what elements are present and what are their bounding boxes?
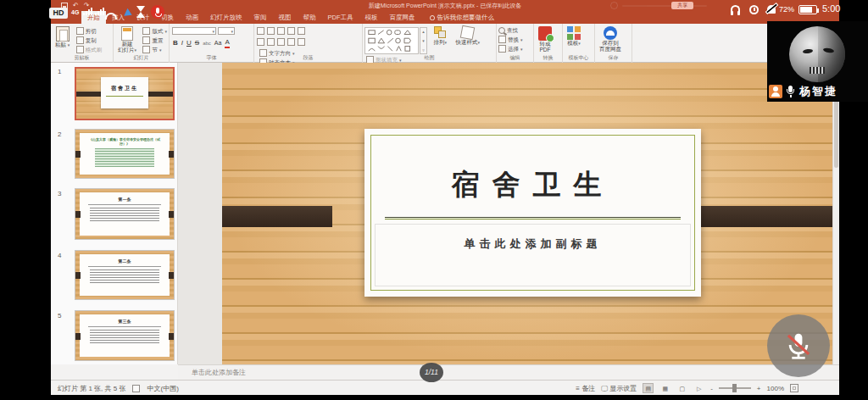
alarm-icon [749, 5, 759, 14]
select-icon [498, 45, 506, 53]
powerpoint-window: ↶ ↷ 新建Microsoft PowerPoint 演示文稿.pptx - 已… [51, 0, 839, 395]
character-spacing-button[interactable]: abc [203, 39, 211, 47]
tab-template[interactable]: 模板 [359, 11, 384, 24]
watermark-logo [610, 2, 712, 10]
zoom-slider[interactable] [719, 387, 751, 389]
section-button[interactable]: 节▾ [142, 46, 167, 53]
display-settings-button[interactable]: 🖵 显示设置 [601, 384, 637, 393]
replace-button[interactable]: 替换▾ [498, 36, 523, 43]
layout-button[interactable]: 版式▾ [142, 27, 167, 35]
slide-title[interactable]: 宿舍卫生 [364, 166, 701, 204]
thumbnail-slide-1[interactable]: 宿舍卫生 [75, 67, 175, 120]
zoom-level[interactable]: 100% [767, 385, 784, 392]
status-time: 5:00 [822, 3, 840, 14]
slide-thumbnail-pane: 1 宿舍卫生 2 《山东大学（威海）学生宿舍安全管理办法（试行）》 3 第一条 [51, 63, 178, 364]
paste-icon [56, 26, 70, 42]
indent-decrease-icon[interactable] [277, 27, 285, 35]
tell-me-box[interactable]: 告诉我你想要做什么 [430, 11, 495, 24]
format-painter-button[interactable]: 格式刷 [76, 46, 103, 53]
line-spacing-icon[interactable] [298, 27, 305, 35]
underline-button[interactable]: U [186, 39, 192, 47]
shapes-gallery[interactable] [364, 27, 419, 54]
align-left-icon[interactable] [257, 38, 264, 46]
italic-button[interactable]: I [181, 39, 183, 47]
find-button[interactable]: 查找 [498, 27, 523, 34]
group-slides: 新建幻灯片▾ 版式▾ 重置 节▾ 幻灯片 [114, 24, 170, 63]
share-badge[interactable]: 共享 [671, 2, 693, 9]
slide-ribbon-bar-left [222, 206, 332, 227]
subtitle-placeholder[interactable]: 单击此处添加副标题 [375, 224, 691, 286]
vertical-scrollbar[interactable] [832, 63, 839, 364]
font-size-combobox[interactable] [218, 27, 235, 35]
group-editing: 查找 替换▾ 选择▾ 编辑 [497, 24, 534, 63]
tab-view[interactable]: 视图 [273, 11, 298, 24]
headset-icon [731, 5, 740, 13]
group-clipboard: 粘贴 ▾ 剪切 复制 格式刷 剪贴板 [51, 24, 114, 63]
thumbnail-slide-3[interactable]: 第一条 [75, 188, 175, 240]
bold-button[interactable]: B [173, 39, 178, 47]
zoom-out-button[interactable]: - [710, 385, 713, 392]
video-call-panel[interactable]: 杨智捷 [767, 21, 868, 102]
select-button[interactable]: 选择▾ [498, 45, 523, 53]
tab-baidu-netdisk[interactable]: 百度网盘 [384, 11, 421, 24]
slideshow-button[interactable]: ▷ [693, 383, 704, 393]
normal-view-button[interactable]: ▤ [643, 383, 654, 393]
new-slide-button[interactable]: 新建幻灯片▾ [115, 25, 139, 54]
font-color-button[interactable]: A [225, 38, 229, 48]
quick-styles-button[interactable]: 快速样式▾ [453, 25, 482, 54]
format-painter-icon [76, 46, 84, 53]
thumb-number: 5 [58, 312, 68, 319]
group-save: 保存到百度网盘 保存 [595, 24, 632, 63]
numbering-icon[interactable] [267, 27, 275, 35]
quick-styles-icon [460, 25, 476, 41]
thumbnail-slide-2[interactable]: 《山东大学（威海）学生宿舍安全管理办法（试行）》 [75, 129, 175, 179]
notes-toggle[interactable]: ≡ 备注 [576, 384, 595, 393]
columns-icon[interactable] [298, 38, 305, 46]
arrange-button[interactable]: 排列▾ [431, 25, 449, 54]
group-convert: 转成PDF 转换 [534, 24, 563, 63]
mute-button[interactable] [767, 314, 830, 377]
indent-increase-icon[interactable] [287, 27, 295, 35]
cut-button[interactable]: 剪切 [76, 27, 103, 35]
thumbnail-slide-5[interactable]: 第三条 [75, 310, 175, 361]
tab-review[interactable]: 审阅 [248, 11, 273, 24]
change-case-button[interactable]: Aa [214, 39, 222, 47]
lightbulb-icon [430, 15, 435, 20]
thumb-number: 1 [58, 68, 68, 75]
template-button[interactable]: 模板▾ [565, 25, 583, 54]
group-font: B I U S abc Aa A 字体 [170, 24, 254, 63]
ribbon-tab-bar: 开始 插入 设计 切换 动画 幻灯片放映 审阅 视图 帮助 PDF工具 模板 百… [51, 11, 839, 24]
justify-icon[interactable] [287, 38, 295, 46]
fit-to-window-icon[interactable] [790, 384, 798, 392]
page-indicator[interactable]: 1/11 [420, 363, 443, 382]
strikethrough-button[interactable]: S [195, 39, 199, 47]
slide-canvas[interactable]: 宿舍卫生 单击此处添加副标题 [222, 63, 832, 364]
presenter-badge-icon [769, 85, 782, 98]
convert-to-pdf-button[interactable]: 转成PDF [536, 25, 554, 54]
copy-button[interactable]: 复制 [76, 36, 103, 44]
tab-pdf-tools[interactable]: PDF工具 [322, 11, 359, 24]
reset-button[interactable]: 重置 [142, 36, 167, 44]
tab-help[interactable]: 帮助 [298, 11, 322, 24]
slide-sorter-button[interactable]: ▦ [659, 383, 670, 393]
shapes-scroll-arrows[interactable]: ▴▾▿ [420, 27, 427, 54]
tab-slideshow[interactable]: 幻灯片放映 [204, 11, 248, 24]
accessibility-icon [132, 385, 140, 392]
mic-muted-icon [780, 327, 817, 364]
align-right-icon[interactable] [277, 38, 285, 46]
cut-icon [76, 27, 84, 35]
paste-button[interactable]: 粘贴 ▾ [53, 25, 72, 54]
align-center-icon[interactable] [267, 38, 275, 46]
zoom-in-button[interactable]: + [757, 385, 761, 392]
font-name-combobox[interactable] [172, 27, 216, 35]
reading-view-button[interactable]: ▢ [676, 383, 687, 393]
document-title: 新建Microsoft PowerPoint 演示文稿.pptx - 已保存到此… [51, 2, 839, 10]
notes-bar[interactable]: 单击此处添加备注 [178, 364, 839, 380]
signal-bars-icon [83, 8, 92, 15]
thumbnail-slide-4[interactable]: 第二条 [75, 250, 175, 300]
language-indicator[interactable]: 中文(中国) [147, 384, 178, 393]
tab-animations[interactable]: 动画 [180, 11, 204, 24]
reset-icon [142, 36, 150, 44]
bullets-icon[interactable] [257, 27, 264, 35]
save-to-netdisk-button[interactable]: 保存到百度网盘 [597, 25, 624, 54]
